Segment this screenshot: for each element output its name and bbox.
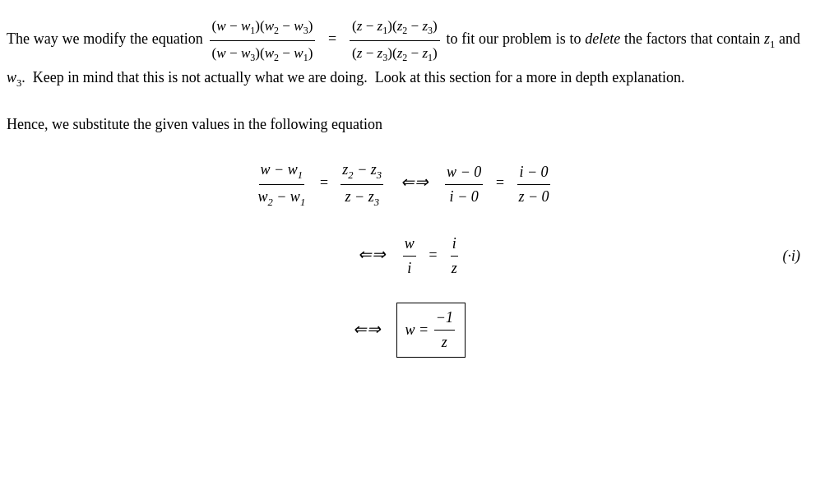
delete-word: delete	[585, 30, 620, 47]
frac-z2-z3: z2 − z3 z − z3	[341, 159, 383, 210]
equation-number: (·i)	[783, 245, 801, 267]
frac-w-0: w − 0 i − 0	[445, 161, 483, 208]
display-eq-3: ⇐⇒ w = −1 z	[7, 303, 800, 358]
paragraph-1: The way we modify the equation (w − w1)(…	[7, 15, 800, 90]
paragraph-2: Hence, we substitute the given values in…	[7, 113, 800, 136]
frac-neg1-z: −1 z	[434, 307, 455, 354]
inline-fraction-left: (w − w1)(w2 − w3) (w − w3)(w2 − w1)	[210, 15, 316, 67]
page-content: The way we modify the equation (w − w1)(…	[7, 15, 800, 358]
frac-w-i: w i	[403, 233, 416, 280]
para1-text-to: to fit our problem is to	[447, 30, 586, 47]
para1-text-before: The way we modify the equation	[7, 30, 203, 47]
display-eq-2: ⇐⇒ w i = i z (·i)	[7, 233, 800, 280]
frac-w-w1: w − w1 w2 − w1	[256, 159, 307, 210]
frac-i-z: i z	[450, 233, 459, 280]
frac-i-0: i − 0 z − 0	[517, 161, 550, 208]
display-eq-1: w − w1 w2 − w1 = z2 − z3 z − z3 ⇐⇒ w − 0…	[7, 159, 800, 210]
boxed-result: w = −1 z	[396, 303, 466, 358]
inline-fraction-right: (z − z1)(z2 − z3) (z − z3)(z2 − z1)	[350, 15, 440, 67]
para2-text: Hence, we substitute the given values in…	[7, 116, 382, 132]
